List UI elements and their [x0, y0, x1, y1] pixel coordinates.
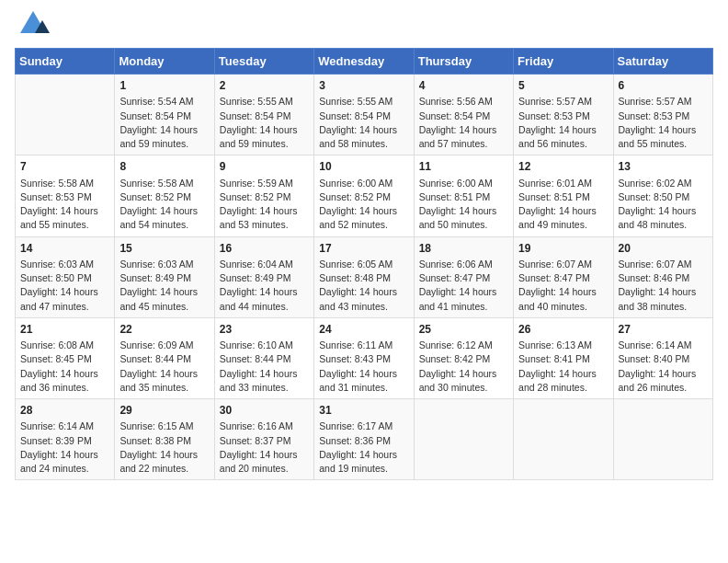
- day-number: 12: [518, 159, 609, 175]
- calendar-cell: 12Sunrise: 6:01 AM Sunset: 8:51 PM Dayli…: [514, 155, 613, 236]
- cell-info: Sunrise: 6:04 AM Sunset: 8:49 PM Dayligh…: [220, 258, 310, 314]
- cell-info: Sunrise: 5:57 AM Sunset: 8:53 PM Dayligh…: [518, 95, 609, 151]
- cell-info: Sunrise: 6:17 AM Sunset: 8:36 PM Dayligh…: [319, 419, 409, 476]
- calendar-cell: 13Sunrise: 6:02 AM Sunset: 8:50 PM Dayli…: [613, 155, 712, 236]
- day-number: 9: [220, 159, 310, 175]
- calendar-cell: [414, 399, 513, 480]
- calendar-cell: 15Sunrise: 6:03 AM Sunset: 8:49 PM Dayli…: [115, 236, 214, 317]
- cell-info: Sunrise: 6:10 AM Sunset: 8:44 PM Dayligh…: [220, 339, 310, 395]
- cell-info: Sunrise: 6:14 AM Sunset: 8:39 PM Dayligh…: [20, 419, 110, 476]
- calendar-cell: 26Sunrise: 6:13 AM Sunset: 8:41 PM Dayli…: [514, 317, 613, 398]
- day-number: 10: [319, 159, 409, 175]
- calendar-cell: 24Sunrise: 6:11 AM Sunset: 8:43 PM Dayli…: [314, 317, 414, 398]
- calendar-cell: 28Sunrise: 6:14 AM Sunset: 8:39 PM Dayli…: [16, 399, 115, 480]
- day-number: 14: [20, 241, 110, 257]
- cell-info: Sunrise: 6:01 AM Sunset: 8:51 PM Dayligh…: [518, 177, 609, 233]
- day-number: 20: [619, 241, 709, 257]
- cell-info: Sunrise: 6:11 AM Sunset: 8:43 PM Dayligh…: [319, 339, 409, 395]
- calendar-cell: 16Sunrise: 6:04 AM Sunset: 8:49 PM Dayli…: [214, 236, 313, 317]
- cell-info: Sunrise: 5:56 AM Sunset: 8:54 PM Dayligh…: [419, 95, 509, 151]
- day-number: 25: [419, 322, 509, 338]
- header-monday: Monday: [115, 49, 214, 75]
- calendar-cell: 23Sunrise: 6:10 AM Sunset: 8:44 PM Dayli…: [214, 317, 313, 398]
- calendar-cell: 4Sunrise: 5:56 AM Sunset: 8:54 PM Daylig…: [414, 75, 513, 155]
- header-tuesday: Tuesday: [214, 49, 313, 75]
- calendar-cell: 10Sunrise: 6:00 AM Sunset: 8:52 PM Dayli…: [314, 155, 414, 236]
- calendar-cell: 19Sunrise: 6:07 AM Sunset: 8:47 PM Dayli…: [514, 236, 613, 317]
- cell-info: Sunrise: 6:00 AM Sunset: 8:52 PM Dayligh…: [319, 177, 409, 233]
- calendar-cell: [514, 399, 613, 480]
- calendar-cell: 5Sunrise: 5:57 AM Sunset: 8:53 PM Daylig…: [514, 75, 613, 155]
- cell-info: Sunrise: 6:05 AM Sunset: 8:48 PM Dayligh…: [319, 258, 409, 314]
- logo-icon: [17, 7, 50, 40]
- calendar-cell: 22Sunrise: 6:09 AM Sunset: 8:44 PM Dayli…: [115, 317, 214, 398]
- page-header: [15, 15, 713, 40]
- calendar-cell: 18Sunrise: 6:06 AM Sunset: 8:47 PM Dayli…: [414, 236, 513, 317]
- day-number: 6: [619, 78, 709, 94]
- calendar-cell: 8Sunrise: 5:58 AM Sunset: 8:52 PM Daylig…: [115, 155, 214, 236]
- cell-info: Sunrise: 6:08 AM Sunset: 8:45 PM Dayligh…: [20, 339, 110, 395]
- cell-info: Sunrise: 5:55 AM Sunset: 8:54 PM Dayligh…: [220, 95, 310, 151]
- calendar-week-row: 28Sunrise: 6:14 AM Sunset: 8:39 PM Dayli…: [16, 399, 713, 480]
- cell-info: Sunrise: 6:15 AM Sunset: 8:38 PM Dayligh…: [119, 419, 210, 476]
- cell-info: Sunrise: 5:57 AM Sunset: 8:53 PM Dayligh…: [619, 95, 709, 151]
- calendar-cell: 29Sunrise: 6:15 AM Sunset: 8:38 PM Dayli…: [115, 399, 214, 480]
- calendar-cell: 2Sunrise: 5:55 AM Sunset: 8:54 PM Daylig…: [214, 75, 313, 155]
- day-number: 31: [319, 403, 409, 419]
- cell-info: Sunrise: 5:54 AM Sunset: 8:54 PM Dayligh…: [119, 95, 210, 151]
- calendar-cell: 30Sunrise: 6:16 AM Sunset: 8:37 PM Dayli…: [214, 399, 313, 480]
- day-number: 27: [619, 322, 709, 338]
- calendar-cell: 25Sunrise: 6:12 AM Sunset: 8:42 PM Dayli…: [414, 317, 513, 398]
- calendar-cell: 21Sunrise: 6:08 AM Sunset: 8:45 PM Dayli…: [16, 317, 115, 398]
- cell-info: Sunrise: 6:12 AM Sunset: 8:42 PM Dayligh…: [419, 339, 509, 395]
- calendar-cell: 9Sunrise: 5:59 AM Sunset: 8:52 PM Daylig…: [214, 155, 313, 236]
- calendar-cell: 1Sunrise: 5:54 AM Sunset: 8:54 PM Daylig…: [115, 75, 214, 155]
- day-number: 5: [518, 78, 609, 94]
- header-sunday: Sunday: [16, 49, 115, 75]
- header-wednesday: Wednesday: [314, 49, 414, 75]
- day-number: 1: [119, 78, 210, 94]
- cell-info: Sunrise: 6:03 AM Sunset: 8:49 PM Dayligh…: [119, 258, 210, 314]
- calendar-cell: 31Sunrise: 6:17 AM Sunset: 8:36 PM Dayli…: [314, 399, 414, 480]
- cell-info: Sunrise: 6:06 AM Sunset: 8:47 PM Dayligh…: [419, 258, 509, 314]
- cell-info: Sunrise: 5:55 AM Sunset: 8:54 PM Dayligh…: [319, 95, 409, 151]
- day-number: 16: [220, 241, 310, 257]
- cell-info: Sunrise: 5:58 AM Sunset: 8:53 PM Dayligh…: [20, 177, 110, 233]
- calendar-cell: 11Sunrise: 6:00 AM Sunset: 8:51 PM Dayli…: [414, 155, 513, 236]
- calendar-cell: [16, 75, 115, 155]
- day-number: 3: [319, 78, 409, 94]
- header-friday: Friday: [514, 49, 613, 75]
- cell-info: Sunrise: 6:02 AM Sunset: 8:50 PM Dayligh…: [619, 177, 709, 233]
- day-number: 19: [518, 241, 609, 257]
- day-number: 7: [20, 159, 110, 175]
- cell-info: Sunrise: 6:07 AM Sunset: 8:46 PM Dayligh…: [619, 258, 709, 314]
- day-number: 17: [319, 241, 409, 257]
- day-number: 15: [119, 241, 210, 257]
- cell-info: Sunrise: 6:03 AM Sunset: 8:50 PM Dayligh…: [20, 258, 110, 314]
- calendar-cell: 20Sunrise: 6:07 AM Sunset: 8:46 PM Dayli…: [613, 236, 712, 317]
- calendar-cell: 7Sunrise: 5:58 AM Sunset: 8:53 PM Daylig…: [16, 155, 115, 236]
- cell-info: Sunrise: 6:09 AM Sunset: 8:44 PM Dayligh…: [119, 339, 210, 395]
- day-number: 23: [220, 322, 310, 338]
- calendar-week-row: 1Sunrise: 5:54 AM Sunset: 8:54 PM Daylig…: [16, 75, 713, 155]
- day-number: 26: [518, 322, 609, 338]
- calendar-cell: 3Sunrise: 5:55 AM Sunset: 8:54 PM Daylig…: [314, 75, 414, 155]
- calendar-cell: 6Sunrise: 5:57 AM Sunset: 8:53 PM Daylig…: [613, 75, 712, 155]
- day-number: 4: [419, 78, 509, 94]
- day-number: 30: [220, 403, 310, 419]
- calendar-table: SundayMondayTuesdayWednesdayThursdayFrid…: [15, 48, 713, 480]
- calendar-cell: 14Sunrise: 6:03 AM Sunset: 8:50 PM Dayli…: [16, 236, 115, 317]
- calendar-cell: 27Sunrise: 6:14 AM Sunset: 8:40 PM Dayli…: [613, 317, 712, 398]
- day-number: 29: [119, 403, 210, 419]
- cell-info: Sunrise: 5:58 AM Sunset: 8:52 PM Dayligh…: [119, 177, 210, 233]
- cell-info: Sunrise: 6:07 AM Sunset: 8:47 PM Dayligh…: [518, 258, 609, 314]
- cell-info: Sunrise: 6:14 AM Sunset: 8:40 PM Dayligh…: [619, 339, 709, 395]
- calendar-cell: [613, 399, 712, 480]
- calendar-cell: 17Sunrise: 6:05 AM Sunset: 8:48 PM Dayli…: [314, 236, 414, 317]
- calendar-header-row: SundayMondayTuesdayWednesdayThursdayFrid…: [16, 49, 713, 75]
- calendar-week-row: 7Sunrise: 5:58 AM Sunset: 8:53 PM Daylig…: [16, 155, 713, 236]
- day-number: 11: [419, 159, 509, 175]
- header-saturday: Saturday: [613, 49, 712, 75]
- logo: [15, 15, 50, 40]
- cell-info: Sunrise: 6:16 AM Sunset: 8:37 PM Dayligh…: [220, 419, 310, 476]
